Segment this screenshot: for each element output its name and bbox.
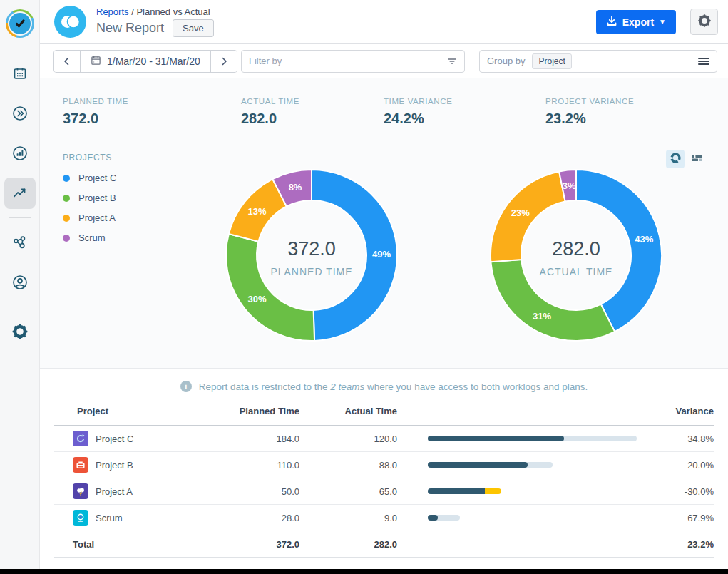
bar-fill-actual: [428, 462, 528, 468]
donut-slice-percent: 43%: [635, 234, 653, 245]
header-actions: Export ▼: [596, 9, 718, 35]
chevron-down-icon: ▼: [659, 18, 666, 26]
gear-icon: [697, 14, 712, 30]
project-name: Project A: [96, 486, 133, 497]
total-variance: 23.2%: [646, 539, 714, 550]
column-header-actual-time: Actual Time: [299, 406, 397, 416]
project-cell: Project B: [54, 457, 228, 473]
table-total-row: Total372.0282.023.2%: [54, 531, 714, 558]
legend-item-project-c[interactable]: Project C: [63, 173, 116, 183]
total-actual: 282.0: [299, 539, 397, 550]
bar-fill-actual: [428, 515, 438, 521]
stat-actual-time: ACTUAL TIME282.0: [241, 97, 384, 127]
projects-table: ProjectPlanned TimeActual TimeVariancePr…: [54, 406, 714, 558]
settings-gear-icon: [11, 323, 29, 340]
bar-fill-actual: [428, 436, 564, 441]
legend-item-scrum[interactable]: Scrum: [63, 232, 116, 243]
stat-time-variance: TIME VARIANCE24.2%: [384, 97, 545, 127]
stat-value: 23.2%: [545, 111, 634, 127]
stat-value: 372.0: [63, 111, 241, 127]
breadcrumb-current: Planned vs Actual: [136, 6, 210, 17]
next-period-button[interactable]: [211, 51, 237, 72]
legend-color-dot: [63, 195, 70, 202]
date-range-display[interactable]: 1/Mar/20 - 31/Mar/20: [80, 51, 211, 72]
filter-icon[interactable]: [440, 56, 464, 66]
report-header: Reports / Planned vs Actual New Report S…: [40, 0, 728, 44]
date-range-text: 1/Mar/20 - 31/Mar/20: [107, 56, 200, 67]
sidebar-item-integrations[interactable]: [4, 227, 36, 258]
table-row-project-b[interactable]: Project B110.088.020.0%: [54, 452, 714, 478]
legend-item-project-b[interactable]: Project B: [63, 193, 116, 203]
table-view-toggle[interactable]: [687, 150, 706, 168]
double-chevron-icon: [11, 105, 29, 122]
stat-planned-time: PLANNED TIME372.0: [63, 97, 241, 127]
stat-project-variance: PROJECT VARIANCE23.2%: [545, 97, 634, 127]
group-by-label: Group by: [487, 56, 525, 66]
donut-slice-percent: 30%: [248, 294, 267, 304]
progress-bar: [428, 462, 553, 468]
download-icon: [606, 15, 617, 29]
export-button-label: Export: [622, 16, 654, 28]
breadcrumb-reports-link[interactable]: Reports: [96, 6, 129, 17]
legend-color-dot: [63, 175, 70, 182]
stat-label: TIME VARIANCE: [384, 97, 545, 106]
report-settings-button[interactable]: [690, 9, 718, 35]
actual-time-cell: 120.0: [299, 434, 397, 444]
legend-color-dot: [63, 215, 70, 222]
previous-period-button[interactable]: [54, 51, 80, 72]
toolbox-icon: [73, 457, 88, 473]
page-title: New Report: [96, 21, 164, 36]
donut-center-label: PLANNED TIME: [270, 266, 352, 277]
reports-trend-icon: [11, 185, 29, 202]
tempo-logo[interactable]: [6, 9, 34, 38]
planned-time-cell: 184.0: [228, 434, 299, 444]
filter-input[interactable]: [242, 56, 440, 66]
dashboard-gauge-icon: [11, 145, 29, 162]
donut-slice-percent: 8%: [289, 182, 302, 193]
project-name: Project B: [96, 460, 133, 471]
breadcrumb-separator: /: [129, 6, 137, 17]
summary-stats-row: PLANNED TIME372.0ACTUAL TIME282.0TIME VA…: [40, 78, 728, 127]
sidebar-item-calendar[interactable]: [4, 58, 36, 89]
variance-cell: -30.0%: [646, 486, 714, 497]
group-by-control: Group by Project: [479, 50, 717, 73]
legend-title: PROJECTS: [63, 153, 116, 163]
sync-icon: [73, 431, 88, 446]
table-row-scrum[interactable]: Scrum28.09.067.9%: [54, 505, 714, 531]
bar-overrun: [485, 488, 502, 494]
sidebar-divider: [9, 307, 31, 307]
report-toolbar: 1/Mar/20 - 31/Mar/20 Group by Project: [40, 44, 728, 78]
donut-slice-percent: 3%: [563, 180, 576, 191]
webcam-icon: [73, 510, 88, 526]
donut-slice-percent: 49%: [372, 249, 391, 260]
column-header-planned-time: Planned Time: [228, 406, 299, 416]
legend-item-label: Scrum: [78, 232, 106, 243]
donut-chart-actual: 43%31%23%3%282.0ACTUAL TIME: [483, 163, 669, 348]
save-button[interactable]: Save: [173, 19, 214, 37]
table-row-project-c[interactable]: Project C184.0120.034.8%: [54, 426, 714, 452]
variance-cell: 67.9%: [646, 513, 714, 523]
stat-label: PLANNED TIME: [63, 97, 241, 106]
export-button[interactable]: Export ▼: [596, 10, 676, 34]
main-content: Reports / Planned vs Actual New Report S…: [40, 0, 728, 574]
progress-bar: [428, 488, 502, 494]
donut-slice-percent: 23%: [511, 207, 530, 218]
table-row-project-a[interactable]: Project A50.065.0-30.0%: [54, 478, 714, 505]
legend-item-project-a[interactable]: Project A: [63, 212, 116, 223]
planned-time-cell: 50.0: [228, 486, 299, 497]
table-rows-icon: [690, 152, 703, 167]
stat-label: PROJECT VARIANCE: [545, 97, 634, 106]
planned-vs-actual-report-app: Reports / Planned vs Actual New Report S…: [0, 0, 728, 574]
sidebar-item-dashboard[interactable]: [4, 138, 36, 169]
column-header-variance: Variance: [646, 406, 714, 416]
donut-chart-icon: [670, 152, 682, 167]
group-by-value-chip[interactable]: Project: [532, 53, 571, 69]
donut-center-value: 282.0: [552, 238, 600, 260]
sidebar-item-planner[interactable]: [4, 98, 36, 129]
sidebar-item-reports[interactable]: [4, 178, 36, 209]
sidebar-item-accounts[interactable]: [4, 267, 36, 298]
sidebar-item-settings[interactable]: [4, 316, 36, 347]
group-by-menu-icon[interactable]: [698, 56, 709, 66]
info-banner: i Report data is restricted to the 2 tea…: [40, 377, 728, 396]
screen-bottom-bar: [0, 569, 728, 574]
